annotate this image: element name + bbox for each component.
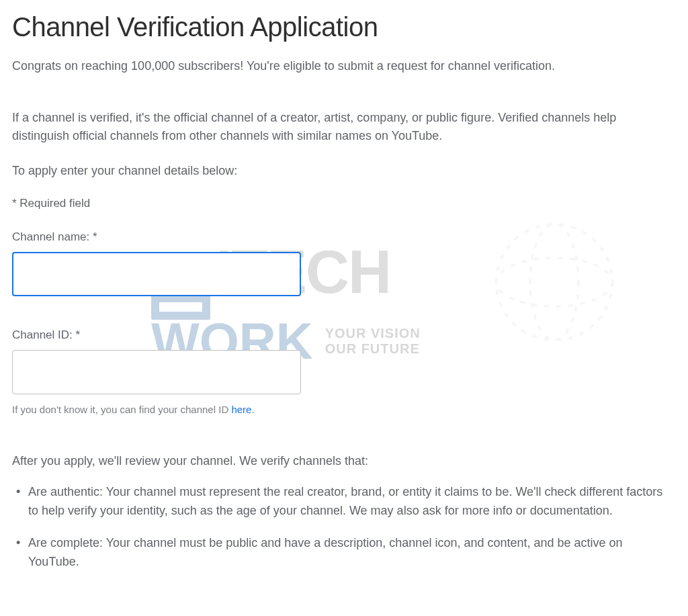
hint-prefix: If you don't know it, you can find your …: [12, 404, 231, 415]
hint-suffix: .: [251, 404, 254, 415]
channel-id-field-block: Channel ID: * If you don't know it, you …: [12, 328, 676, 415]
verification-criteria-list: Are authentic: Your channel must represe…: [12, 483, 676, 572]
find-channel-id-link[interactable]: here: [231, 404, 251, 415]
apply-instruction: To apply enter your channel details belo…: [12, 164, 676, 178]
required-field-note: * Required field: [12, 197, 676, 210]
channel-id-hint: If you don't know it, you can find your …: [12, 404, 676, 415]
description-text: If a channel is verified, it's the offic…: [12, 109, 671, 145]
after-apply-text: After you apply, we'll review your chann…: [12, 454, 676, 468]
channel-name-input[interactable]: [12, 252, 301, 296]
list-item: Are complete: Your channel must be publi…: [28, 534, 676, 572]
channel-name-label: Channel name: *: [12, 230, 676, 244]
channel-id-input[interactable]: [12, 350, 301, 394]
intro-text: Congrats on reaching 100,000 subscribers…: [12, 57, 676, 75]
channel-name-field-block: Channel name: *: [12, 230, 676, 296]
list-item: Are authentic: Your channel must represe…: [28, 483, 676, 521]
page-title: Channel Verification Application: [12, 12, 676, 42]
channel-id-label: Channel ID: *: [12, 328, 676, 342]
